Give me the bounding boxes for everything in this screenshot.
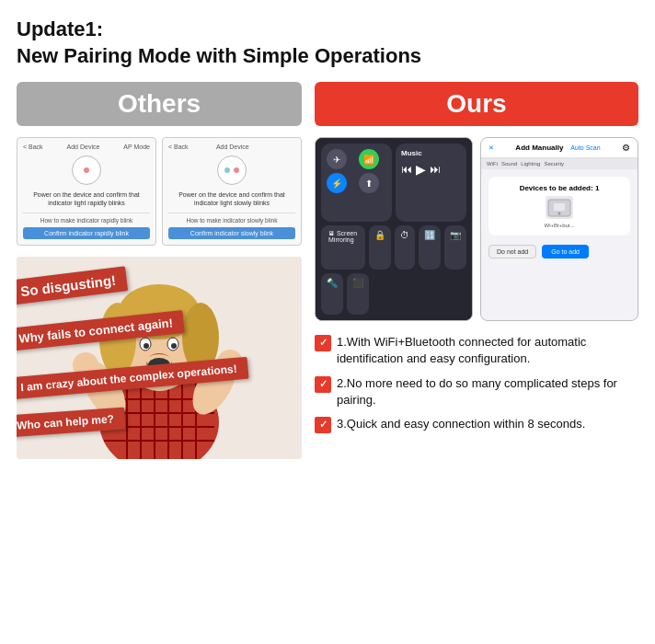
others-badge: Others [17,82,302,126]
add-manually-label: Add Manually [515,144,563,152]
screen-mirror-btn[interactable]: 🖥 ScreenMirroring [321,225,365,270]
back-label-2[interactable]: < Back [168,144,189,150]
dots-row-1 [82,167,91,173]
banner-text-4: Who can help me? [17,413,114,432]
back-label-1[interactable]: < Back [23,144,43,150]
camera-btn[interactable]: 📷 [444,225,466,270]
phone-screen-add-device: ✕ Add Manually Auto Scan ⚙ WiFi Sound Li… [480,137,638,321]
title-line1: Update1: [17,17,103,40]
screen-card-header-2: < Back Add Device [168,144,295,150]
cc-connectivity-group: ✈ 📶 ⚡ ⬆ [321,144,392,221]
phone-screen-control-center: ✈ 📶 ⚡ ⬆ Music ⏮ ▶ ⏭ [315,137,473,321]
airdrop-btn[interactable]: ⬆ [359,173,379,193]
wifi-btn[interactable]: 📶 [359,149,379,169]
check-icon-1 [315,335,331,351]
benefit-item-2: 2.No more need to do so many complicated… [315,375,638,408]
screen-card-rapid: < Back Add Device AP Mode Power on the d… [17,137,156,246]
cc-music-widget: Music ⏮ ▶ ⏭ [396,144,466,221]
screen-card-header-1: < Back Add Device AP Mode [23,144,150,150]
screen-desc-2: Power on the device and confirm that ind… [168,190,295,207]
blink-label-1: How to make indicator rapidly blink [23,213,150,224]
benefit-text-1: 1.With WiFi+Bluetooth connected for auto… [337,334,638,367]
prev-btn[interactable]: ⏮ [401,163,412,176]
svg-rect-29 [554,203,565,211]
qr-btn[interactable]: ⬛ [347,273,369,315]
music-label: Music [401,149,461,157]
check-icon-3 [315,417,331,433]
do-not-add-button[interactable]: Do not add [488,245,536,259]
device-found-card: Devices to be added: 1 Wi+Bt+but... [488,177,630,236]
play-btn[interactable]: ▶ [416,162,426,177]
others-screens: < Back Add Device AP Mode Power on the d… [17,137,302,246]
settings-icon[interactable]: ⚙ [622,143,630,153]
screen-card-slow: < Back Add Device Power on the device an… [162,137,302,246]
add-device-label-2: Add Device [216,144,249,150]
svg-point-30 [558,212,561,214]
calc-btn[interactable]: 🔢 [419,225,441,270]
header: Update1: New Pairing Mode with Simple Op… [17,17,638,69]
device-id: Wi+Bt+but... [544,223,574,228]
next-btn[interactable]: ⏭ [430,163,441,176]
screen-circle-1 [72,155,101,185]
main-content: Others < Back Add Device AP Mode Pow [17,82,638,459]
screen-desc-1: Power on the device and confirm that ind… [23,190,150,207]
bluetooth-btn[interactable]: ⚡ [327,173,347,193]
security-label: Security [544,161,564,167]
title-line2: New Pairing Mode with Simple Operations [17,44,421,67]
wifi-label: WiFi [487,161,498,167]
add-device-header: ✕ Add Manually Auto Scan ⚙ [481,138,638,158]
airplane-btn[interactable]: ✈ [327,149,347,169]
add-device-screen: ✕ Add Manually Auto Scan ⚙ WiFi Sound Li… [481,138,638,320]
device-action-buttons: Do not add Go to add [488,245,630,259]
add-device-label-1: Add Device [67,144,100,150]
page: Update1: New Pairing Mode with Simple Op… [0,0,655,644]
benefit-item-3: 3.Quick and easy connection within 8 sec… [315,416,638,433]
frustrated-area: So disgusting! Why fails to connect agai… [17,257,302,459]
confirm-btn-1[interactable]: Confirm indicator rapidly blink [23,227,150,239]
benefit-text-2: 2.No more need to do so many complicated… [337,375,638,408]
blink-label-2: How to make indicator slowly blink [168,213,295,224]
go-to-add-button[interactable]: Go to add [542,245,589,259]
device-icon [546,196,573,219]
dot-orange [84,167,89,173]
sound-label: Sound [501,161,517,167]
flashlight-btn[interactable]: 🔦 [321,273,343,315]
devices-to-add-label: Devices to be added: 1 [520,184,600,192]
confirm-btn-2[interactable]: Confirm indicator slowly blink [168,227,295,239]
woman-image: So disgusting! Why fails to connect agai… [17,257,302,459]
benefits-list: 1.With WiFi+Bluetooth connected for auto… [315,334,638,433]
right-panel: Ours ✈ 📶 ⚡ ⬆ [315,82,638,459]
check-icon-2 [315,376,331,393]
auto-scan-label[interactable]: Auto Scan [570,144,600,151]
dot-orange-2 [234,167,239,173]
dot-teal [224,167,230,173]
add-device-content: Devices to be added: 1 Wi+Bt+but... [481,169,638,320]
dots-row-2 [223,167,241,173]
control-center: ✈ 📶 ⚡ ⬆ Music ⏮ ▶ ⏭ [316,138,472,320]
screen-circle-2 [217,155,247,185]
status-bar: WiFi Sound Lighting Security [481,158,638,169]
svg-point-24 [171,343,177,349]
lighting-label: Lighting [521,161,540,167]
timer-btn[interactable]: ⏱ [395,225,415,270]
benefit-text-3: 3.Quick and easy connection within 8 sec… [337,416,638,432]
benefit-item-1: 1.With WiFi+Bluetooth connected for auto… [315,334,638,367]
left-panel: Others < Back Add Device AP Mode Pow [17,82,302,459]
portrait-btn[interactable]: 🔒 [369,225,391,270]
page-title: Update1: New Pairing Mode with Simple Op… [17,17,638,69]
ap-mode-label[interactable]: AP Mode [123,144,150,150]
ours-badge: Ours [315,82,638,126]
phone-screens: ✈ 📶 ⚡ ⬆ Music ⏮ ▶ ⏭ [315,137,638,321]
svg-point-23 [144,343,149,349]
